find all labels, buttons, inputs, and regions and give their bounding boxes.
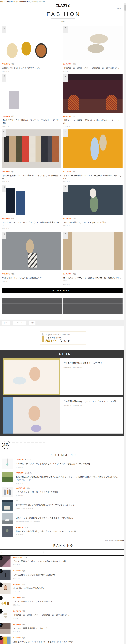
prev-arrow-icon[interactable]: ‹ — [0, 552, 3, 554]
subcategory-label[interactable]: 特集 — [73, 63, 76, 65]
article-card[interactable]: FASHION 特集 【春スニーカー速報②】通勤にぴったりな今どきスニーカー、見… — [63, 74, 123, 128]
ranking-item[interactable]: 5 FASHION 特集 【春スニーカー速報③】スカート派のスニーカー選びに変化… — [0, 610, 126, 620]
article-title[interactable]: 【春スニーカー速報③】スカート派のスニーカー選びに変化アリ! — [63, 66, 123, 69]
ad-banner[interactable]: 色々な肌悩みにも応えてくれる万能アイテム おまもり代わりの 美容オイル、見つけた… — [40, 332, 86, 345]
category-label[interactable]: FASHION — [2, 273, 10, 275]
subcategory-label[interactable]: 特集 — [22, 637, 25, 639]
ranking-item[interactable]: 4 FASHION 特集 この春、バッグは“ビッグサイズ”が今っぽい! 2019… — [0, 596, 126, 607]
menu-button[interactable]: MENU — [117, 4, 121, 9]
article-title[interactable]: ユニクロで実践!骨格診断ワードローブ — [13, 626, 122, 630]
subcategory-label[interactable]: 特集 — [11, 273, 14, 275]
category-label[interactable]: FASHION — [16, 472, 23, 474]
article-title[interactable]: プチプラだけどスタイルアップが叶う!コスパ最強の韓国系ECサイト… — [2, 221, 61, 227]
category-label[interactable]: FASHION — [13, 610, 21, 612]
breadcrumb-item[interactable]: ファッション — [13, 321, 26, 325]
subcategory-label[interactable]: 特集 — [73, 273, 76, 275]
share-button[interactable] — [63, 130, 68, 137]
article-card[interactable]: FASHION 特集 【永久保存版】今さら聞けない「レギンス」フル活用コーデ12… — [2, 74, 61, 128]
ranking-item[interactable]: 6 FASHION 特集 ユニクロで実践!骨格診断ワードローブ 2017.07.… — [0, 623, 126, 634]
ranking-item[interactable]: 2 FASHION 特集 これで完璧!あなたに似合う服がわかる骨格診断 2017… — [0, 570, 126, 580]
category-label[interactable]: PR — [16, 500, 18, 502]
article-thumbnail[interactable]: 1 — [0, 556, 10, 567]
hot-word-tag[interactable] — [24, 442, 26, 443]
article-title[interactable]: ボブにはボブの巻き方があるんです — [13, 586, 122, 590]
article-thumbnail[interactable] — [2, 526, 12, 537]
share-button[interactable] — [63, 232, 68, 239]
ranking-item[interactable]: 3 BEAUTY 特集 ボブにはボブの巻き方があるんです 2016.12.05 — [0, 583, 126, 594]
subcategory-label[interactable]: 特集 — [27, 487, 30, 489]
article-thumbnail[interactable] — [2, 500, 12, 510]
article-thumbnail[interactable] — [2, 487, 12, 498]
share-button[interactable] — [2, 232, 6, 239]
hot-word-tag[interactable] — [27, 442, 30, 443]
article-image[interactable] — [63, 26, 123, 60]
article-title[interactable]: 「こんな人いる!」働く男子キャラ図鑑~IT企業編~ — [16, 490, 124, 494]
category-button[interactable] — [63, 304, 123, 309]
category-label[interactable]: FASHION — [2, 171, 10, 172]
article-image[interactable] — [2, 130, 61, 168]
hot-word-tag[interactable] — [35, 442, 38, 443]
article-title[interactable]: 日産リーフ e+登場! EVシフトで暮らしのエネルギー事情が変わる — [16, 516, 124, 520]
category-label[interactable]: PR — [16, 514, 18, 515]
category-button[interactable] — [2, 304, 62, 309]
article-title[interactable]: 【春スニーカー速報②】通勤にぴったりな今どきスニーカー、見つけた… — [63, 118, 123, 125]
category-label[interactable]: FASHION — [63, 171, 71, 172]
subcategory-label[interactable]: 特集 — [22, 596, 25, 599]
list-item[interactable]: FASHION ニュース 2019年の「ティファニー」は腕時計もスゴい!【バカ売… — [2, 458, 124, 469]
article-image[interactable] — [63, 74, 123, 113]
subcategory-label[interactable]: 特集 — [11, 218, 14, 220]
article-thumbnail[interactable]: 3 — [0, 583, 10, 594]
article-title[interactable]: この春、バッグは“ビッグサイズ”が今っぽい! — [13, 600, 122, 603]
subcategory-label[interactable]: 特集 — [73, 171, 76, 173]
article-image[interactable] — [2, 185, 61, 215]
hot-word-tag[interactable] — [12, 442, 15, 443]
popin-credit[interactable]: Recommended by ✕popin — [0, 540, 124, 541]
article-image[interactable] — [63, 232, 123, 270]
list-item[interactable]: LIFESTYLE 特集 「こんな人いる!」働く男子キャラ図鑑~IT企業編~ 2… — [2, 487, 124, 498]
category-label[interactable]: FASHION — [13, 597, 21, 598]
category-label[interactable]: FASHION — [13, 570, 21, 572]
article-thumbnail[interactable] — [2, 458, 12, 469]
feature-title[interactable]: 自分専用の眉密度をつくれる、アイブロウ エレメンツ登… — [63, 400, 120, 403]
share-button[interactable] — [63, 74, 68, 82]
feature-image[interactable] — [3, 397, 60, 434]
scroll-up-arrow-icon[interactable]: ▲ — [124, 2, 126, 5]
article-title[interactable]: 骨格診断で判明!体型が出ない痩せ見えオシャレニット~ナチュラル編 — [16, 530, 124, 533]
hot-word-tag[interactable] — [16, 442, 18, 443]
more-read-button[interactable]: MORE READ — [2, 288, 123, 293]
article-title[interactable]: やば!今年のトレンチが去年までと全然違う件 — [2, 276, 61, 279]
article-card[interactable]: FASHION 特集 【春スニーカー速報③】スカート派のスニーカー選びに変化アリ… — [63, 26, 123, 72]
share-button[interactable] — [2, 130, 6, 137]
category-label[interactable]: FASHION — [2, 63, 10, 65]
feature-card[interactable]: 自分専用の眉密度をつくれる、アイブロウ エレメンツ登… 2019.01.11 P… — [3, 397, 123, 434]
scrollbar-thumb[interactable] — [125, 5, 126, 11]
list-item[interactable]: FASHION 着回しDiary 会社の創立記念日で休みの今日はケンジさんに誘わ… — [2, 472, 124, 484]
hot-word-tag[interactable] — [20, 442, 22, 443]
article-title[interactable]: 意外とアリなんです♡ジャケット×キレイ色で華やかオフィスコーデ — [13, 640, 122, 643]
subcategory-label[interactable]: ニュース — [25, 459, 31, 461]
article-card[interactable]: FASHION 特集 オフィスコーデがオシャレに変わる♡大人女子の「通勤ブラウン… — [63, 232, 123, 285]
breadcrumb-item[interactable]: トップ — [2, 321, 10, 325]
article-card[interactable]: FASHION 特集 女っぷりUP間違いなしのレディな白シャツ3選♡ 2019.… — [63, 185, 123, 230]
subcategory-label[interactable]: 特集 — [22, 624, 25, 626]
subcategory-label[interactable]: 特集 — [73, 115, 76, 118]
category-button[interactable] — [2, 309, 62, 314]
category-label[interactable]: FASHION — [13, 624, 21, 625]
article-image[interactable] — [2, 232, 61, 270]
share-button[interactable] — [2, 74, 6, 82]
article-image[interactable] — [63, 185, 123, 215]
category-label[interactable]: FASHION — [63, 273, 71, 275]
article-title[interactable]: これで完璧!あなたに似合う服がわかる骨格診断 — [13, 573, 122, 576]
article-card[interactable]: FASHION 特集 【最強寒波襲来】ダウンの出番!冬のマンネリに効くアウター付… — [2, 130, 61, 183]
subcategory-label[interactable]: 特集 — [11, 63, 14, 65]
article-title[interactable]: 2019年の「ティファニー」は腕時計もスゴい!【バカ売れ、ほぼ完売アイテムが続出… — [16, 462, 124, 465]
subcategory-label[interactable]: 恋愛 — [24, 556, 27, 558]
list-item[interactable]: FASHION 特集 骨格診断で判明!体型が出ない痩せ見えオシャレニット~ナチュ… — [2, 526, 124, 537]
article-thumbnail[interactable] — [2, 513, 12, 524]
hot-word-tag[interactable] — [31, 442, 34, 443]
category-label[interactable]: FASHION — [13, 637, 21, 639]
hot-word-tag[interactable] — [39, 442, 42, 443]
article-thumbnail[interactable]: 2 — [0, 570, 10, 580]
list-item[interactable]: PR 日産リーフ e+登場! EVシフトで暮らしのエネルギー事情が変わる 日産自… — [2, 513, 124, 524]
article-title[interactable]: 【春スニーカー速報①】ダッドスニーカーはコレを選べば間違いない! — [63, 174, 123, 180]
